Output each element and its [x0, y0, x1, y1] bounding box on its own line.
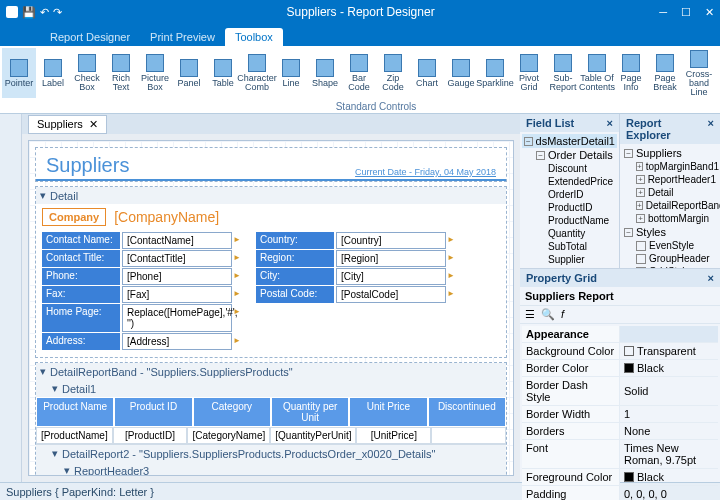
- field-list-title: Field List: [526, 117, 574, 129]
- ribbon-label[interactable]: Label: [36, 48, 70, 98]
- company-label[interactable]: Company: [42, 208, 106, 226]
- current-date[interactable]: Current Date - Friday, 04 May 2018: [355, 167, 496, 177]
- ribbon-shape[interactable]: Shape: [308, 48, 342, 98]
- tab-report-designer[interactable]: Report Designer: [40, 28, 140, 46]
- tab-toolbox[interactable]: Toolbox: [225, 28, 283, 46]
- ribbon-character-comb[interactable]: Character Comb: [240, 48, 274, 98]
- property-grid-body[interactable]: Appearance Background ColorTransparentBo…: [520, 324, 720, 500]
- design-canvas[interactable]: Suppliers Current Date - Friday, 04 May …: [28, 140, 514, 476]
- ribbon-page-break[interactable]: Page Break: [648, 48, 682, 98]
- ribbon-table-of-contents[interactable]: Table Of Contents: [580, 48, 614, 98]
- expand-icon[interactable]: ▾: [52, 447, 58, 460]
- property-object[interactable]: Suppliers Report: [520, 287, 720, 306]
- tab-print-preview[interactable]: Print Preview: [140, 28, 225, 46]
- main-tabs: Report Designer Print Preview Toolbox: [0, 24, 720, 46]
- ribbon-sub-report[interactable]: Sub-Report: [546, 48, 580, 98]
- report-explorer[interactable]: −Suppliers +topMarginBand1+ReportHeader1…: [620, 144, 720, 268]
- pin-icon[interactable]: ×: [708, 272, 714, 284]
- maximize-icon[interactable]: ☐: [681, 6, 691, 19]
- ribbon-cross-band-box[interactable]: Cross-band Box: [716, 48, 720, 98]
- left-gutter: [0, 114, 22, 482]
- app-icon: [6, 6, 18, 18]
- expand-icon[interactable]: ▾: [64, 464, 70, 476]
- ribbon-zip-code[interactable]: Zip Code: [376, 48, 410, 98]
- undo-icon[interactable]: ↶: [40, 6, 49, 19]
- ribbon-panel[interactable]: Panel: [172, 48, 206, 98]
- ribbon-pivot-grid[interactable]: Pivot Grid: [512, 48, 546, 98]
- pin-icon[interactable]: ×: [708, 117, 714, 141]
- ribbon-gauge[interactable]: Gauge: [444, 48, 478, 98]
- redo-icon[interactable]: ↷: [53, 6, 62, 19]
- ribbon-table[interactable]: Table: [206, 48, 240, 98]
- ribbon-rich-text[interactable]: Rich Text: [104, 48, 138, 98]
- property-grid-title: Property Grid: [526, 272, 597, 284]
- alpha-icon[interactable]: 🔍: [541, 308, 555, 321]
- ribbon-group-caption: Standard Controls: [0, 100, 720, 113]
- close-icon[interactable]: ✕: [705, 6, 714, 19]
- field-list[interactable]: −dsMasterDetail1 −Order Details Discount…: [520, 132, 619, 268]
- company-value[interactable]: [CompanyName]: [114, 209, 219, 225]
- fx-icon[interactable]: f: [561, 308, 564, 321]
- report-explorer-title: Report Explorer: [626, 117, 708, 141]
- titlebar: 💾 ↶ ↷ Suppliers - Report Designer ─ ☐ ✕: [0, 0, 720, 24]
- save-icon[interactable]: 💾: [22, 6, 36, 19]
- document-tabs: Suppliers ✕: [22, 114, 520, 134]
- window-title: Suppliers - Report Designer: [62, 5, 659, 19]
- expand-icon[interactable]: ▾: [40, 365, 46, 378]
- ribbon-line[interactable]: Line: [274, 48, 308, 98]
- minimize-icon[interactable]: ─: [659, 6, 667, 19]
- pin-icon[interactable]: ×: [607, 117, 613, 129]
- report-title[interactable]: Suppliers: [46, 154, 129, 177]
- ribbon-picture-box[interactable]: Picture Box: [138, 48, 172, 98]
- ribbon-pointer[interactable]: Pointer: [2, 48, 36, 98]
- ribbon-sparkline[interactable]: Sparkline: [478, 48, 512, 98]
- categorized-icon[interactable]: ☰: [525, 308, 535, 321]
- expand-icon[interactable]: ▾: [40, 189, 46, 202]
- ribbon-cross-band-line[interactable]: Cross-band Line: [682, 48, 716, 98]
- ribbon: PointerLabelCheck BoxRich TextPicture Bo…: [0, 46, 720, 114]
- ribbon-check-box[interactable]: Check Box: [70, 48, 104, 98]
- close-icon[interactable]: ✕: [89, 118, 98, 131]
- expand-icon[interactable]: ▾: [52, 382, 58, 395]
- ribbon-bar-code[interactable]: Bar Code: [342, 48, 376, 98]
- doc-tab-suppliers[interactable]: Suppliers ✕: [28, 115, 107, 134]
- ribbon-chart[interactable]: Chart: [410, 48, 444, 98]
- ribbon-page-info[interactable]: Page Info: [614, 48, 648, 98]
